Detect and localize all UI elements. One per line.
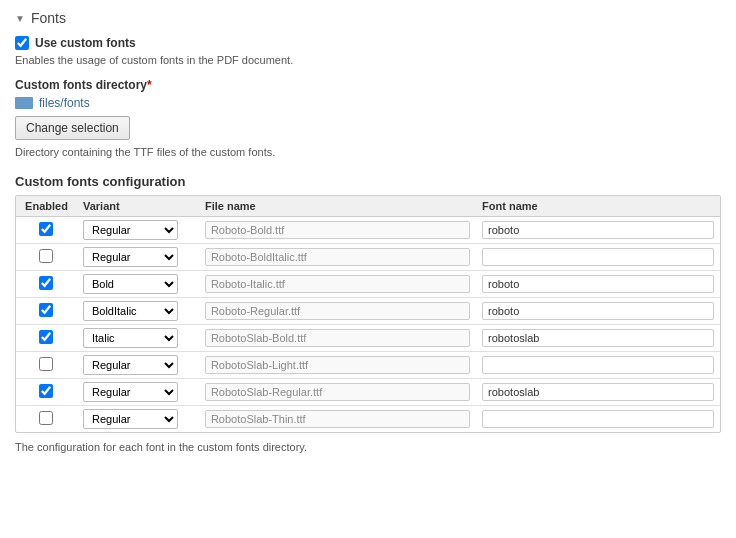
row-4-variant-select[interactable]: RegularBoldItalicBoldItalicLightMediumTh… xyxy=(83,328,178,348)
use-custom-fonts-checkbox[interactable] xyxy=(15,36,29,50)
row-3-fontname-input[interactable] xyxy=(482,302,714,320)
row-7-variant-select[interactable]: RegularBoldItalicBoldItalicLightMediumTh… xyxy=(83,409,178,429)
table-row: RegularBoldItalicBoldItalicLightMediumTh… xyxy=(16,379,720,406)
table-row: RegularBoldItalicBoldItalicLightMediumTh… xyxy=(16,244,720,271)
row-4-filename-input xyxy=(205,329,470,347)
col-header-enabled: Enabled xyxy=(16,196,77,217)
row-4-enabled-checkbox[interactable] xyxy=(39,330,53,344)
table-row: RegularBoldItalicBoldItalicLightMediumTh… xyxy=(16,298,720,325)
table-row: RegularBoldItalicBoldItalicLightMediumTh… xyxy=(16,217,720,244)
fonts-table-wrapper: Enabled Variant File name Font name Regu… xyxy=(15,195,721,433)
row-2-variant-select[interactable]: RegularBoldItalicBoldItalicLightMediumTh… xyxy=(83,274,178,294)
folder-icon xyxy=(15,97,33,109)
config-title: Custom fonts configuration xyxy=(15,174,721,189)
row-1-enabled-checkbox[interactable] xyxy=(39,249,53,263)
section-header: ▼ Fonts xyxy=(15,10,721,26)
config-footer-note: The configuration for each font in the c… xyxy=(15,441,721,453)
use-custom-fonts-row: Use custom fonts xyxy=(15,36,721,50)
file-path-row: files/fonts xyxy=(15,96,721,110)
table-row: RegularBoldItalicBoldItalicLightMediumTh… xyxy=(16,325,720,352)
row-3-enabled-checkbox[interactable] xyxy=(39,303,53,317)
row-5-filename-input xyxy=(205,356,470,374)
row-2-fontname-input[interactable] xyxy=(482,275,714,293)
row-5-fontname-input[interactable] xyxy=(482,356,714,374)
dir-helper-text: Directory containing the TTF files of th… xyxy=(15,146,721,158)
row-5-variant-select[interactable]: RegularBoldItalicBoldItalicLightMediumTh… xyxy=(83,355,178,375)
row-4-fontname-input[interactable] xyxy=(482,329,714,347)
row-0-filename-input xyxy=(205,221,470,239)
row-7-fontname-input[interactable] xyxy=(482,410,714,428)
table-row: RegularBoldItalicBoldItalicLightMediumTh… xyxy=(16,271,720,298)
file-path-text: files/fonts xyxy=(39,96,90,110)
row-2-filename-input xyxy=(205,275,470,293)
table-row: RegularBoldItalicBoldItalicLightMediumTh… xyxy=(16,406,720,433)
col-header-variant: Variant xyxy=(77,196,199,217)
row-6-fontname-input[interactable] xyxy=(482,383,714,401)
row-1-filename-input xyxy=(205,248,470,266)
row-7-filename-input xyxy=(205,410,470,428)
row-6-enabled-checkbox[interactable] xyxy=(39,384,53,398)
row-2-enabled-checkbox[interactable] xyxy=(39,276,53,290)
row-6-variant-select[interactable]: RegularBoldItalicBoldItalicLightMediumTh… xyxy=(83,382,178,402)
section-title: Fonts xyxy=(31,10,66,26)
row-6-filename-input xyxy=(205,383,470,401)
row-0-fontname-input[interactable] xyxy=(482,221,714,239)
use-custom-fonts-label[interactable]: Use custom fonts xyxy=(35,36,136,50)
row-7-enabled-checkbox[interactable] xyxy=(39,411,53,425)
table-row: RegularBoldItalicBoldItalicLightMediumTh… xyxy=(16,352,720,379)
row-0-variant-select[interactable]: RegularBoldItalicBoldItalicLightMediumTh… xyxy=(83,220,178,240)
row-5-enabled-checkbox[interactable] xyxy=(39,357,53,371)
use-custom-fonts-helper: Enables the usage of custom fonts in the… xyxy=(15,54,721,66)
col-header-fontname: Font name xyxy=(476,196,720,217)
change-selection-button[interactable]: Change selection xyxy=(15,116,130,140)
row-0-enabled-checkbox[interactable] xyxy=(39,222,53,236)
table-header-row: Enabled Variant File name Font name xyxy=(16,196,720,217)
row-1-variant-select[interactable]: RegularBoldItalicBoldItalicLightMediumTh… xyxy=(83,247,178,267)
row-3-variant-select[interactable]: RegularBoldItalicBoldItalicLightMediumTh… xyxy=(83,301,178,321)
custom-dir-label: Custom fonts directory* xyxy=(15,78,721,92)
collapse-triangle-icon[interactable]: ▼ xyxy=(15,13,25,24)
fonts-table: Enabled Variant File name Font name Regu… xyxy=(16,196,720,432)
row-3-filename-input xyxy=(205,302,470,320)
col-header-filename: File name xyxy=(199,196,476,217)
row-1-fontname-input[interactable] xyxy=(482,248,714,266)
